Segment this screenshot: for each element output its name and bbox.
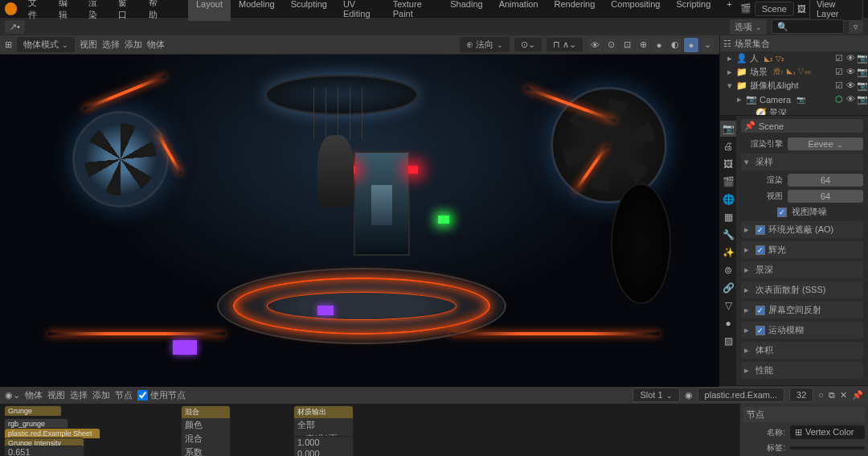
orientation-dropdown[interactable]: ⊕ 法向 (460, 37, 510, 52)
snap-toggle[interactable]: ⊓ ∧⌄ (547, 38, 583, 51)
workspace-tab-texture-paint[interactable]: Texture Paint (385, 0, 443, 21)
workspace-tabs: LayoutModelingSculptingUV EditingTexture… (188, 0, 740, 21)
render-shading-icon[interactable]: ● (684, 38, 698, 52)
mat-unlink-icon[interactable]: ✕ (840, 390, 847, 401)
ne-menu-view[interactable]: 视图 (47, 389, 65, 401)
node-canvas[interactable]: Grungergb_grungeplastic.red.Example Shee… (0, 404, 868, 456)
workspace-tab-animation[interactable]: Animation (491, 0, 547, 21)
matprev-shading-icon[interactable]: ◐ (668, 38, 682, 52)
workspace-tab-uv-editing[interactable]: UV Editing (335, 0, 385, 21)
editor-type-icon[interactable]: ◉⌄ (5, 390, 20, 401)
vp-menu-view[interactable]: 视图 (80, 39, 97, 51)
mat-new-icon[interactable]: ○ (818, 390, 824, 400)
workspace-tab-rendering[interactable]: Rendering (547, 0, 604, 21)
3d-viewport[interactable]: ⊞ 物体模式 视图 选择 添加 物体 ⊕ 法向 ⊙⌄ ⊓ ∧⌄ 👁 ⊙ ⊡ ⊕ … (0, 35, 719, 385)
viewlayer-selector[interactable]: View Layer (809, 0, 863, 21)
outliner-search-input[interactable] (772, 19, 844, 34)
overlay-icon[interactable]: ⊙ (604, 38, 618, 52)
workspace-tab-layout[interactable]: Layout (188, 0, 231, 21)
menu-render[interactable]: 渲染 (82, 0, 112, 21)
options-dropdown[interactable]: 选项 (730, 19, 767, 35)
workspace-tab-compositing[interactable]: Compositing (603, 0, 668, 21)
menu-window[interactable]: 窗口 (112, 0, 141, 21)
workspace-tab-+[interactable]: + (719, 0, 739, 21)
outliner-item[interactable]: ▸📷Camera📷⬡👁📷 (720, 92, 868, 106)
vp-menu-add[interactable]: 添加 (125, 39, 142, 51)
tab-physics[interactable]: ⊚ (720, 262, 736, 278)
viewport-render[interactable] (0, 55, 719, 387)
use-nodes-label: 使用节点 (150, 389, 186, 401)
shader-node[interactable]: 0.651 (4, 446, 84, 456)
render-section[interactable]: ▸景深 (741, 261, 863, 278)
pivot-dropdown[interactable]: ⊙⌄ (514, 38, 542, 51)
render-section[interactable]: ▸性能 (741, 362, 863, 379)
tab-world[interactable]: 🌐 (720, 191, 736, 207)
tab-particle[interactable]: ✨ (720, 244, 736, 261)
workspace-tab-scripting[interactable]: Scripting (668, 0, 719, 21)
workspace-tab-modeling[interactable]: Modeling (231, 0, 283, 21)
render-engine-dropdown[interactable]: Eevee (788, 138, 863, 150)
workspace-tab-shading[interactable]: Shading (442, 0, 490, 21)
filter-icon[interactable]: ▿ (849, 20, 863, 34)
ne-menu-object[interactable]: 物体 (25, 389, 43, 401)
outliner-item[interactable]: ▾📁摄像机&light☑👁📷 (720, 79, 868, 92)
mat-copy-icon[interactable]: ⧉ (829, 390, 835, 401)
tab-output[interactable]: 🖨 (720, 138, 736, 154)
node-name-field[interactable]: ⊞Vertex Color (790, 425, 865, 439)
tab-constraint[interactable]: 🔗 (720, 280, 736, 296)
tab-object[interactable]: ▦ (720, 209, 736, 225)
render-samples-label: 渲染 (741, 175, 783, 186)
menu-edit[interactable]: 编辑 (52, 0, 82, 21)
editor-type-icon[interactable]: ⊞ (5, 39, 12, 50)
outliner-type-icon[interactable]: ☷ (723, 39, 731, 49)
ne-menu-select[interactable]: 选择 (70, 389, 88, 401)
denoise-checkbox[interactable]: ✓ (777, 207, 787, 217)
vp-menu-object[interactable]: 物体 (147, 39, 165, 51)
solid-shading-icon[interactable]: ● (652, 38, 666, 52)
pin-icon[interactable]: 📌 (852, 390, 863, 401)
outliner-item[interactable]: ▸👤人◣₂ ▽₂☑👁📷 (720, 51, 868, 65)
node-name-label: 名称: (743, 427, 785, 438)
render-section[interactable]: ▸体积 (741, 342, 863, 359)
xray-icon[interactable]: ⊡ (620, 38, 634, 52)
outliner-item[interactable]: ▸📁场景滑₇ ◣₁ ▽₉₉☑👁📷 (720, 65, 868, 79)
viewport-samples-input[interactable]: 64 (788, 190, 863, 203)
ne-menu-add[interactable]: 添加 (92, 389, 110, 401)
node-label-field[interactable] (790, 446, 865, 450)
render-section[interactable]: ▸✓辉光 (741, 241, 863, 258)
menu-help[interactable]: 帮助 (142, 0, 172, 21)
tab-texture[interactable]: ▨ (720, 333, 736, 349)
shader-node[interactable]: 1.0000.0000.2000.200 (293, 436, 354, 456)
tab-data[interactable]: ▽ (720, 298, 736, 314)
slot-dropdown[interactable]: Slot 1 (633, 388, 679, 402)
render-section[interactable]: ▸次表面散射 (SSS) (741, 281, 863, 298)
menu-file[interactable]: 文件 (22, 0, 51, 21)
material-name-field[interactable]: plastic.red.Exam... (698, 388, 784, 402)
ne-menu-node[interactable]: 节点 (115, 389, 133, 401)
object-mode-dropdown[interactable]: 物体模式 (17, 37, 75, 52)
render-samples-input[interactable]: 64 (788, 174, 863, 187)
cursor-tool-icon[interactable]: ↗• (5, 20, 25, 34)
shading-options-icon[interactable]: ⌄ (700, 38, 714, 52)
wire-shading-icon[interactable]: ⊕ (636, 38, 650, 52)
shader-node[interactable]: 混合颜色混合系数颜色 (181, 405, 231, 456)
tab-render[interactable]: 📷 (720, 121, 736, 137)
tab-scene[interactable]: 🎬 (720, 174, 736, 190)
material-users[interactable]: 32 (789, 388, 813, 402)
use-nodes-checkbox[interactable] (137, 390, 148, 401)
gizmo-icon[interactable]: 👁 (588, 38, 602, 52)
vp-menu-select[interactable]: 选择 (102, 39, 120, 51)
shader-node[interactable]: Grunge (4, 405, 62, 417)
tab-viewlayer[interactable]: 🖼 (720, 156, 736, 172)
scene-selector[interactable]: Scene (755, 2, 794, 16)
workspace-tab-sculpting[interactable]: Sculpting (283, 0, 335, 21)
tab-material[interactable]: ● (720, 315, 736, 331)
render-section[interactable]: ▸✓运动模糊 (741, 322, 863, 339)
render-section[interactable]: ▸✓环境光遮蔽 (AO) (741, 221, 863, 238)
tab-modifier[interactable]: 🔧 (720, 227, 736, 243)
outliner-item[interactable]: 🧭景深 (720, 106, 868, 116)
properties-tabs: 📷 🖨 🖼 🎬 🌐 ▦ 🔧 ✨ ⊚ 🔗 ▽ ● ▨ (720, 116, 736, 385)
scene-pin-icon[interactable]: 📌 (744, 121, 755, 131)
sampling-section[interactable]: ▾采样 (741, 154, 863, 170)
render-section[interactable]: ▸✓屏幕空间反射 (741, 302, 863, 318)
